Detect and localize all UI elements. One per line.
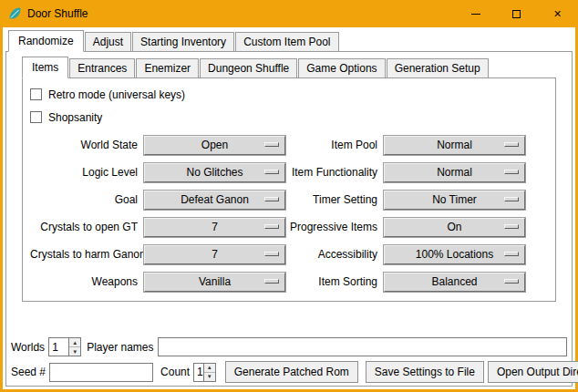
close-icon: × [553, 7, 561, 20]
dropdown-indicator-icon [504, 197, 519, 201]
player-names-input[interactable] [158, 337, 568, 356]
save-settings-button[interactable]: Save Settings to File [366, 361, 484, 383]
seed-input[interactable] [49, 363, 153, 382]
item-functionality-dropdown[interactable]: Normal [384, 163, 525, 182]
player-names-label: Player names [87, 341, 153, 354]
spin-up-icon[interactable]: ▲ [204, 364, 215, 372]
close-button[interactable]: × [537, 0, 578, 27]
goal-dropdown[interactable]: Defeat Ganon [144, 191, 285, 210]
crystals-gt-label: Crystals to open GT [30, 221, 144, 233]
seed-row: Seed # Count 1 ▲ ▼ Generate Patched Rom … [11, 361, 567, 383]
spin-down-icon[interactable]: ▼ [69, 346, 80, 356]
worlds-value: 1 [49, 338, 68, 356]
world-state-label: World State [30, 139, 144, 151]
crystals-ganon-dropdown[interactable]: 7 [144, 245, 285, 264]
dropdown-indicator-icon [504, 224, 519, 229]
crystals-ganon-label: Crystals to harm Ganon [30, 248, 144, 261]
dropdown-indicator-icon [264, 197, 279, 201]
retro-mode-label: Retro mode (universal keys) [48, 88, 185, 101]
item-sorting-value: Balanced [431, 275, 477, 288]
tab-game-options[interactable]: Game Options [298, 58, 385, 77]
titlebar[interactable]: Door Shuffle × [0, 0, 578, 27]
weapons-dropdown[interactable]: Vanilla [144, 273, 285, 292]
app-window: Door Shuffle × Randomize Adjust Starting… [0, 0, 578, 392]
settings-tabbar: Items Entrances Enemizer Dungeon Shuffle… [22, 57, 556, 77]
tab-entrances[interactable]: Entrances [69, 58, 135, 77]
settings-notebook: Items Entrances Enemizer Dungeon Shuffle… [22, 57, 556, 302]
logic-level-label: Logic Level [30, 166, 144, 179]
tab-dungeon-shuffle[interactable]: Dungeon Shuffle [200, 58, 297, 77]
item-functionality-value: Normal [437, 166, 472, 179]
tab-randomize[interactable]: Randomize [8, 30, 84, 52]
dropdown-indicator-icon [264, 224, 279, 229]
checkbox-icon [30, 88, 42, 100]
app-icon [7, 6, 22, 21]
minimize-button[interactable] [455, 0, 496, 27]
maximize-icon [512, 10, 521, 18]
timer-setting-label: Timer Setting [285, 193, 384, 206]
spinner-arrows: ▲ ▼ [203, 364, 215, 381]
accessibility-dropdown[interactable]: 100% Locations [384, 245, 525, 264]
worlds-label: Worlds [11, 341, 45, 354]
item-sorting-label: Item Sorting [285, 275, 384, 288]
tab-starting-inventory[interactable]: Starting Inventory [132, 32, 234, 51]
tab-custom-item-pool[interactable]: Custom Item Pool [235, 32, 338, 51]
spacer [6, 302, 572, 337]
window-controls: × [455, 0, 578, 27]
randomize-pane: Items Entrances Enemizer Dungeon Shuffle… [5, 51, 573, 387]
timer-setting-value: No Timer [432, 193, 477, 206]
option-row: Crystals to harm Ganon 7 Accessibility 1… [30, 241, 548, 268]
logic-level-dropdown[interactable]: No Glitches [144, 163, 285, 182]
option-row: Crystals to open GT 7 Progressive Items … [30, 213, 548, 241]
dropdown-indicator-icon [504, 279, 519, 284]
world-state-dropdown[interactable]: Open [144, 136, 285, 155]
shopsanity-label: Shopsanity [48, 111, 102, 124]
tab-enemizer[interactable]: Enemizer [136, 58, 199, 77]
crystals-gt-dropdown[interactable]: 7 [144, 218, 285, 237]
weapons-label: Weapons [30, 275, 144, 288]
dropdown-indicator-icon [504, 252, 519, 256]
logic-level-value: No Glitches [186, 166, 243, 179]
worlds-row: Worlds 1 ▲ ▼ Player names [11, 337, 567, 356]
client-area: Randomize Adjust Starting Inventory Cust… [3, 27, 575, 389]
maximize-button[interactable] [496, 0, 537, 27]
spin-up-icon[interactable]: ▲ [69, 338, 80, 346]
item-pool-dropdown[interactable]: Normal [384, 136, 525, 155]
tab-generation-setup[interactable]: Generation Setup [387, 58, 489, 77]
retro-mode-checkbox[interactable]: Retro mode (universal keys) [30, 83, 548, 106]
option-row: Weapons Vanilla Item Sorting Balanced [30, 268, 548, 295]
item-pool-value: Normal [437, 139, 472, 151]
window-title: Door Shuffle [27, 7, 88, 20]
progressive-items-dropdown[interactable]: On [384, 218, 525, 237]
items-pane: Retro mode (universal keys) Shopsanity W… [22, 77, 556, 302]
crystals-ganon-value: 7 [212, 248, 218, 261]
dropdown-indicator-icon [264, 279, 279, 284]
progressive-items-label: Progressive Items [285, 221, 384, 233]
item-functionality-label: Item Functionality [285, 166, 384, 179]
bottom-controls: Worlds 1 ▲ ▼ Player names Seed # Count [11, 337, 567, 383]
tab-adjust[interactable]: Adjust [85, 32, 131, 51]
item-pool-label: Item Pool [285, 139, 384, 151]
goal-value: Defeat Ganon [181, 193, 249, 206]
shopsanity-checkbox[interactable]: Shopsanity [30, 106, 548, 129]
accessibility-value: 100% Locations [416, 248, 493, 261]
tab-items[interactable]: Items [22, 57, 68, 78]
generate-patched-rom-button[interactable]: Generate Patched Rom [225, 361, 358, 383]
count-spinner[interactable]: 1 ▲ ▼ [193, 363, 216, 382]
timer-setting-dropdown[interactable]: No Timer [384, 191, 525, 210]
worlds-spinner[interactable]: 1 ▲ ▼ [48, 337, 81, 356]
dropdown-indicator-icon [504, 170, 519, 174]
spin-down-icon[interactable]: ▼ [204, 372, 215, 381]
open-output-directory-button[interactable]: Open Output Directory [488, 361, 578, 383]
goal-label: Goal [30, 193, 144, 206]
dropdown-indicator-icon [264, 252, 279, 256]
item-sorting-dropdown[interactable]: Balanced [384, 273, 525, 292]
option-row: World State Open Item Pool Normal [30, 131, 548, 159]
option-rows: World State Open Item Pool Normal [30, 131, 548, 295]
spinner-arrows: ▲ ▼ [68, 338, 80, 356]
accessibility-label: Accessibility [285, 248, 384, 261]
checkbox-icon [30, 111, 42, 123]
option-row: Logic Level No Glitches Item Functionali… [30, 159, 548, 186]
minimize-icon [471, 14, 480, 15]
count-value: 1 [194, 364, 203, 381]
